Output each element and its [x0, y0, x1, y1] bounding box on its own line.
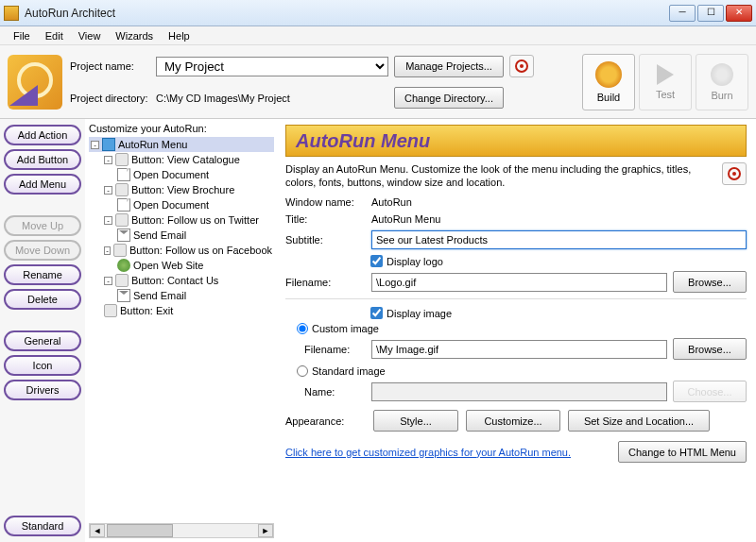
tree-action[interactable]: Send Email [115, 288, 274, 303]
display-logo-label: Display logo [387, 256, 443, 267]
scroll-right-icon[interactable]: ► [258, 524, 273, 537]
detail-panel: AutoRun Menu Display an AutoRun Menu. Cu… [276, 119, 756, 542]
add-action-button[interactable]: Add Action [4, 125, 81, 145]
target-icon [728, 167, 741, 180]
menu-file[interactable]: File [6, 28, 38, 43]
burn-button[interactable]: Burn [696, 54, 748, 110]
icon-button[interactable]: Icon [4, 355, 81, 376]
detail-header: AutoRun Menu [285, 125, 747, 157]
display-logo-checkbox[interactable] [370, 255, 383, 267]
delete-button[interactable]: Delete [4, 289, 81, 310]
window-name-label: Window name: [285, 196, 366, 208]
tree-action[interactable]: Open Web Site [115, 258, 274, 273]
expander-icon[interactable]: - [104, 216, 112, 225]
expander-icon[interactable]: - [104, 277, 112, 285]
tree-root[interactable]: -AutoRun Menu [89, 137, 274, 152]
titlebar: AutoRun Architect ─ ☐ ✕ [0, 0, 756, 26]
maximize-button[interactable]: ☐ [697, 5, 724, 22]
build-button[interactable]: Build [582, 54, 635, 110]
browse-logo-button[interactable]: Browse... [673, 271, 747, 293]
menubar: File Edit View Wizards Help [0, 26, 756, 45]
tree-scrollbar[interactable]: ◄ ► [89, 523, 274, 538]
logo-filename-label: Filename: [285, 277, 366, 288]
std-name-input [371, 382, 667, 401]
rename-button[interactable]: Rename [4, 264, 81, 285]
window-name-value: AutoRun [371, 196, 412, 208]
logo-filename-input[interactable] [371, 273, 667, 292]
tree-action[interactable]: Open Document [115, 167, 274, 182]
change-html-menu-button[interactable]: Change to HTML Menu [618, 441, 747, 463]
app-icon [4, 6, 19, 21]
minimize-button[interactable]: ─ [669, 5, 696, 22]
tree-button[interactable]: Button: Exit [102, 303, 274, 318]
display-image-checkbox[interactable] [370, 307, 383, 319]
test-label: Test [656, 89, 675, 100]
expander-icon[interactable]: - [104, 156, 112, 164]
expander-icon[interactable]: - [104, 186, 112, 195]
test-button[interactable]: Test [639, 54, 692, 110]
subtitle-input[interactable] [371, 230, 747, 249]
play-icon [657, 64, 674, 85]
tree-button[interactable]: -Button: Follow us on Twitter [102, 212, 274, 228]
button-icon [115, 213, 129, 227]
move-down-button[interactable]: Move Down [4, 240, 81, 261]
window-title: AutoRun Architect [25, 7, 669, 20]
tree-title: Customize your AutoRun: [89, 123, 274, 134]
expander-icon[interactable]: - [104, 246, 111, 255]
menu-edit[interactable]: Edit [38, 28, 71, 43]
set-size-button[interactable]: Set Size and Location... [568, 410, 710, 432]
subtitle-label: Subtitle: [285, 234, 366, 246]
browse-image-button[interactable]: Browse... [673, 338, 747, 360]
menu-icon [102, 138, 115, 151]
close-button[interactable]: ✕ [726, 5, 752, 22]
gear-icon [595, 61, 622, 88]
document-icon [117, 198, 130, 212]
project-target-button[interactable] [509, 55, 534, 77]
title-label: Title: [285, 213, 366, 225]
custom-graphics-link[interactable]: Click here to get customized graphics fo… [285, 447, 571, 458]
mail-icon [117, 289, 130, 302]
toolbar: Project name: My Project Manage Projects… [0, 45, 756, 119]
add-button-button[interactable]: Add Button [4, 149, 81, 170]
disc-icon [711, 63, 733, 86]
menu-wizards[interactable]: Wizards [108, 28, 161, 43]
button-icon [104, 304, 117, 317]
custom-image-radio[interactable] [297, 323, 308, 334]
panel-target-button[interactable] [722, 162, 747, 185]
move-up-button[interactable]: Move Up [4, 215, 81, 236]
autorun-tree[interactable]: -AutoRun Menu -Button: View Catalogue Op… [89, 137, 274, 521]
scroll-left-icon[interactable]: ◄ [90, 524, 105, 537]
choose-button: Choose... [673, 381, 747, 402]
expander-icon[interactable]: - [91, 141, 99, 149]
tree-button[interactable]: -Button: Follow us on Facebook [102, 243, 274, 258]
tree-button[interactable]: -Button: View Brochure [102, 182, 274, 197]
style-button[interactable]: Style... [373, 410, 458, 432]
display-image-label: Display image [387, 308, 452, 319]
title-value: AutoRun Menu [371, 213, 440, 225]
project-name-label: Project name: [70, 60, 150, 72]
button-icon [113, 244, 127, 257]
drivers-button[interactable]: Drivers [4, 380, 81, 400]
scroll-thumb[interactable] [107, 524, 173, 537]
actions-sidebar: Add Action Add Button Add Menu Move Up M… [0, 119, 85, 542]
add-menu-button[interactable]: Add Menu [4, 174, 81, 195]
tree-button[interactable]: -Button: View Catalogue [102, 152, 274, 167]
standard-button[interactable]: Standard [4, 516, 81, 536]
manage-projects-button[interactable]: Manage Projects... [394, 56, 504, 77]
tree-action[interactable]: Send Email [115, 228, 274, 243]
change-directory-button[interactable]: Change Directory... [394, 87, 504, 109]
image-filename-label: Filename: [304, 344, 366, 355]
std-name-label: Name: [304, 386, 366, 398]
tree-button[interactable]: -Button: Contact Us [102, 273, 274, 288]
image-filename-input[interactable] [371, 340, 667, 359]
tree-action[interactable]: Open Document [115, 197, 274, 212]
general-button[interactable]: General [4, 330, 81, 351]
standard-image-radio[interactable] [297, 365, 308, 377]
burn-label: Burn [711, 90, 732, 101]
menu-view[interactable]: View [71, 28, 109, 43]
custom-image-label: Custom image [312, 323, 379, 334]
button-icon [115, 183, 129, 196]
project-name-select[interactable]: My Project [156, 57, 388, 76]
customize-button[interactable]: Customize... [466, 410, 560, 432]
menu-help[interactable]: Help [161, 28, 198, 43]
